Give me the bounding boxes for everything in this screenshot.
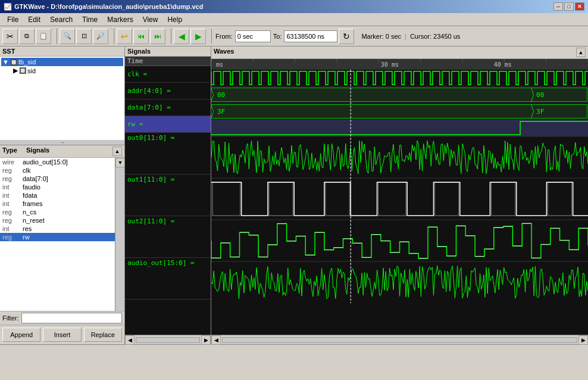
col-type-label: Type <box>2 147 26 156</box>
sig-type-frames: int <box>2 200 23 207</box>
sig-row-faudio[interactable]: int faudio <box>0 183 115 191</box>
close-button[interactable]: ✕ <box>575 2 584 11</box>
zoom-out-button[interactable]: 🔎 <box>93 29 108 44</box>
waves-scroll-left[interactable]: ◀ <box>211 335 221 345</box>
sig-type-faudio: int <box>2 183 23 191</box>
signals-names: Time clk = addr[4:0] = data[7:0] = rw = … <box>125 57 211 335</box>
signals-scroll-left[interactable]: ◀ <box>125 335 135 345</box>
from-label: From: <box>215 33 233 40</box>
signals-type-list[interactable]: wire audio_out[15:0] reg clk reg data[7:… <box>0 158 115 311</box>
sig-name-clk: clk <box>23 167 112 174</box>
undo-button[interactable]: ↩ <box>117 29 132 44</box>
to-label: To: <box>273 33 282 40</box>
sig-row-fdata[interactable]: int fdata <box>0 191 115 200</box>
sig-type-n-cs: reg <box>2 208 23 216</box>
append-button[interactable]: Append <box>2 328 40 342</box>
sig-type-data: reg <box>2 175 23 182</box>
menu-help[interactable]: Help <box>162 14 187 25</box>
sig-row-data[interactable]: reg data[7:0] <box>0 175 115 183</box>
sig-type-n-reset: reg <box>2 217 23 224</box>
sig-label-audio-out: audio_out[15:0] = <box>125 258 211 300</box>
waves-content[interactable] <box>211 59 588 335</box>
menu-time[interactable]: Time <box>77 14 102 25</box>
copy-button[interactable]: ⧉ <box>19 29 35 44</box>
waves-canvas <box>211 59 588 335</box>
sig-row-res[interactable]: int res <box>0 225 115 233</box>
toolbar-separator-4 <box>208 29 212 44</box>
menu-search[interactable]: Search <box>45 14 77 25</box>
waves-scroll-track[interactable] <box>222 337 577 343</box>
signals-header: Signals <box>125 46 211 57</box>
signals-scroll-right[interactable]: ▶ <box>201 335 211 345</box>
sig-row-n-reset[interactable]: reg n_reset <box>0 216 115 225</box>
refresh-button[interactable]: ↻ <box>339 29 354 44</box>
marker-info: Marker: 0 sec <box>361 33 401 40</box>
sig-label-data: data[7:0] = <box>125 99 211 116</box>
maximize-button[interactable]: □ <box>564 2 574 11</box>
waves-panel: Waves ▲ ◀ ▶ <box>211 46 588 344</box>
minimize-button[interactable]: ─ <box>553 2 563 11</box>
toolbar-separator-3 <box>168 29 171 44</box>
expand-icon-sid[interactable]: ▶ <box>13 67 18 74</box>
toolbar-separator-2 <box>111 29 114 44</box>
waves-scroll-right[interactable]: ▶ <box>578 335 588 345</box>
signals-label: Signals <box>127 48 151 55</box>
sig-name-n-cs: n_cs <box>23 208 112 216</box>
signals-panel: Signals Time clk = addr[4:0] = data[7:0]… <box>125 46 211 344</box>
menu-edit[interactable]: Edit <box>23 14 45 25</box>
toolbar-info: Marker: 0 sec | Cursor: 23450 us <box>361 33 460 40</box>
time-label: Time <box>125 57 211 66</box>
tree-label-sid: sid <box>27 67 36 74</box>
sst-resize-handle[interactable]: · · · · · · · · <box>0 140 124 145</box>
paste-button[interactable]: 📋 <box>36 29 51 44</box>
zoom-in-button[interactable]: 🔍 <box>60 29 75 44</box>
signals-scrollbar-up[interactable]: ▲ <box>112 147 122 156</box>
sig-type-rw: reg <box>2 233 23 241</box>
expand-icon-tb-sid[interactable]: ▼ <box>2 58 9 66</box>
toolbar-separator-1 <box>54 29 57 44</box>
sig-row-rw[interactable]: reg rw <box>0 233 115 241</box>
filter-input[interactable] <box>21 313 123 323</box>
waves-header: Waves ▲ <box>211 46 588 59</box>
tree-label-tb-sid: tb_sid <box>18 58 36 66</box>
signals-vsb: ▼ <box>115 158 124 311</box>
sig-row-n-cs[interactable]: reg n_cs <box>0 208 115 216</box>
last-button[interactable]: ⏭ <box>150 29 165 44</box>
first-button[interactable]: ⏮ <box>133 29 149 44</box>
zoom-fit-button[interactable]: ⊡ <box>76 29 92 44</box>
sig-name-rw: rw <box>23 233 112 241</box>
sig-label-clk: clk = <box>125 66 211 83</box>
from-input[interactable] <box>235 30 271 42</box>
sig-row-frames[interactable]: int frames <box>0 200 115 208</box>
statusbar <box>0 344 588 356</box>
menu-file[interactable]: File <box>2 14 23 25</box>
tree-item-sid[interactable]: ▶ 🔲 sid <box>1 66 123 75</box>
waves-label: Waves <box>214 48 234 57</box>
vsb-up[interactable]: ▲ <box>112 147 122 156</box>
prev-button[interactable]: ◀ <box>174 29 189 44</box>
titlebar: 📈 GTKWave - D:\forofpga\simulacion_audio… <box>0 0 588 13</box>
next-button[interactable]: ▶ <box>190 29 206 44</box>
insert-button[interactable]: Insert <box>43 328 81 342</box>
sig-label-out2: out2[11:0] = <box>125 216 211 258</box>
waves-hscroll: ◀ ▶ <box>211 335 588 344</box>
sig-row-audio-out[interactable]: wire audio_out[15:0] <box>0 158 115 166</box>
cut-button[interactable]: ✂ <box>2 29 18 44</box>
replace-button[interactable]: Replace <box>84 328 122 342</box>
waves-vsb-up[interactable]: ▲ <box>576 48 586 57</box>
menu-view[interactable]: View <box>138 14 163 25</box>
menu-markers[interactable]: Markers <box>102 14 137 25</box>
info-separator: | <box>405 33 406 40</box>
vsb-track[interactable] <box>115 167 124 311</box>
to-input[interactable] <box>284 30 337 42</box>
sig-label-rw: rw = <box>125 116 211 133</box>
titlebar-controls: ─ □ ✕ <box>553 2 584 11</box>
tree-item-tb-sid[interactable]: ▼ 🔲 tb_sid <box>1 58 123 66</box>
sig-name-faudio: faudio <box>23 183 112 191</box>
vsb-down[interactable]: ▼ <box>115 158 124 167</box>
sig-row-clk[interactable]: reg clk <box>0 166 115 175</box>
filter-label: Filter: <box>2 314 19 322</box>
sst-tree[interactable]: ▼ 🔲 tb_sid ▶ 🔲 sid <box>0 57 124 140</box>
signals-scroll-track[interactable] <box>136 337 200 343</box>
titlebar-left: 📈 GTKWave - D:\forofpga\simulacion_audio… <box>4 3 203 11</box>
